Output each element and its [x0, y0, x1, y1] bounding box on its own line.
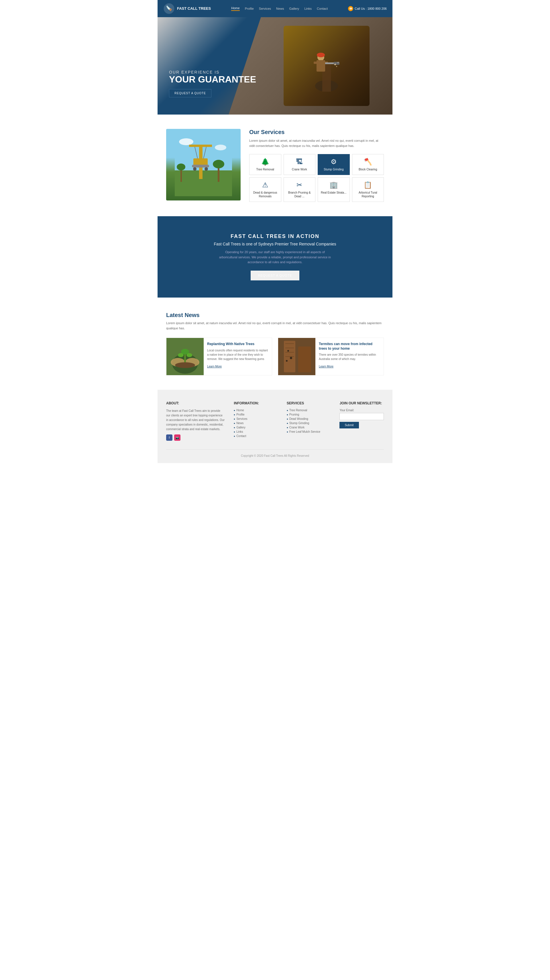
dangerous-removals-icon	[252, 181, 279, 189]
footer-info-gallery[interactable]: Gallery	[234, 426, 278, 429]
footer-info-services[interactable]: Services	[234, 417, 278, 420]
nav-services[interactable]: Services	[259, 7, 271, 10]
logo-text: FAST CALL TREES	[177, 6, 211, 11]
crane-work-icon	[286, 158, 313, 166]
hero-subtitle: OUR EXPERIENCE IS	[169, 70, 256, 75]
svg-point-27	[213, 160, 224, 169]
news-card-2-body: Termites can move from infected trees to…	[316, 338, 384, 375]
news-card-2-title: Termites can move from infected trees to…	[319, 342, 380, 351]
nav-links[interactable]: Links	[304, 7, 312, 10]
news-card-2-text: There are over 350 species of termites w…	[319, 353, 380, 361]
svg-text:🪚: 🪚	[166, 5, 172, 11]
block-clearing-label: Block Clearing	[355, 167, 381, 171]
svg-rect-34	[184, 354, 186, 364]
service-card-arboricultural[interactable]: Arboricul Tural Reporting	[352, 177, 384, 202]
news-card-1: Replanting With Native Trees Local counc…	[166, 338, 272, 375]
cta-title: FAST CALL TREES IN ACTION	[166, 234, 384, 239]
footer-service-tree[interactable]: Tree Removal	[287, 409, 331, 412]
services-title: Our Services	[249, 129, 384, 135]
hero-image	[284, 26, 370, 106]
footer-grid: About: The team at Fast Call Trees aim t…	[166, 401, 384, 441]
svg-point-36	[178, 353, 183, 357]
cta-subtitle: Fast Call Trees is one of Sydneys Premie…	[166, 242, 384, 246]
instagram-icon[interactable]: 📷	[174, 434, 180, 441]
news-card-1-image	[166, 338, 204, 375]
nav-news[interactable]: News	[276, 7, 284, 10]
footer-info-contact[interactable]: Contact	[234, 434, 278, 438]
service-card-dangerous-removals[interactable]: Dead & dangerous Removals	[249, 177, 281, 202]
hero-title: YOUR GUARANTEE	[169, 75, 256, 84]
footer-service-pruning[interactable]: Pruning	[287, 413, 331, 416]
real-estate-label: Real Estate Strata...	[320, 191, 347, 194]
cta-button[interactable]: REQUEST A QUOTE	[251, 270, 299, 280]
stump-grinding-icon	[320, 158, 347, 166]
facebook-icon[interactable]: f	[166, 434, 172, 441]
hero-cta-button[interactable]: REQUEST A QUOTE	[169, 89, 211, 97]
crane-work-label: Crane Work	[286, 167, 313, 171]
svg-rect-41	[298, 347, 311, 372]
service-card-stump-grinding[interactable]: Stump Grinding	[318, 154, 350, 175]
news-card-1-body: Replanting With Native Trees Local counc…	[204, 338, 272, 375]
nav-contact[interactable]: Contact	[317, 7, 328, 10]
footer-info-title: Information:	[234, 401, 278, 405]
arboricultural-icon	[355, 181, 381, 189]
footer-about: About: The team at Fast Call Trees aim t…	[166, 401, 225, 441]
svg-point-46	[287, 350, 289, 352]
footer-info: Information: Home Profile Services News …	[234, 401, 278, 441]
news-card-1-text: Local councils often request residents t…	[207, 348, 268, 361]
service-card-tree-removal[interactable]: Tree Removal	[249, 154, 281, 175]
service-card-real-estate[interactable]: Real Estate Strata...	[318, 177, 350, 202]
cta-section: FAST CALL TREES IN ACTION Fast Call Tree…	[158, 216, 392, 298]
branch-pruning-icon	[286, 181, 313, 189]
footer-bottom: Copyright © 2020 Fast Call Trees All Rig…	[166, 449, 384, 457]
header: 🪚 FAST CALL TREES Home Profile Services …	[158, 0, 392, 17]
dangerous-removals-label: Dead & dangerous Removals	[252, 191, 279, 198]
footer-info-home[interactable]: Home	[234, 409, 278, 412]
tree-removal-label: Tree Removal	[252, 167, 279, 171]
call-label: Call Us : 1800 800 206	[355, 7, 387, 10]
service-card-block-clearing[interactable]: Block Clearing	[352, 154, 384, 175]
news-section: Latest News Lorem ipsum dolor sit amet, …	[158, 298, 392, 390]
submit-button[interactable]: Submit	[340, 422, 359, 428]
footer-info-profile[interactable]: Profile	[234, 413, 278, 416]
nav-home[interactable]: Home	[231, 6, 239, 11]
footer-service-mulch[interactable]: Free Leaf Mulch Service	[287, 430, 331, 433]
service-card-branch-pruning[interactable]: Branch Pruning & Dead ...	[284, 177, 316, 202]
nav-profile[interactable]: Profile	[245, 7, 254, 10]
news-description: Lorem ipsum dolor sit amet, at natum ira…	[166, 321, 384, 331]
services-image	[166, 129, 241, 200]
service-card-crane-work[interactable]: Crane Work	[284, 154, 316, 175]
services-grid-row1: Tree Removal Crane Work Stump Grinding B…	[249, 154, 384, 175]
footer-newsletter-title: Join Our Newsletter:	[340, 401, 384, 405]
svg-rect-19	[189, 145, 212, 147]
svg-rect-6	[314, 62, 318, 64]
social-icons: f 📷	[166, 434, 225, 441]
email-input[interactable]	[340, 413, 384, 420]
nav-gallery[interactable]: Gallery	[289, 7, 299, 10]
news-card-1-link[interactable]: Learn More	[207, 365, 222, 368]
footer-info-list: Home Profile Services News Gallery Links…	[234, 409, 278, 438]
svg-rect-23	[192, 165, 209, 167]
svg-point-48	[286, 360, 288, 362]
services-description: Lorem ipsum dolor sit amet, at natum ira…	[249, 138, 384, 148]
svg-point-47	[290, 357, 292, 359]
footer-service-dead[interactable]: Dead Wooding	[287, 417, 331, 420]
footer-info-links[interactable]: Links	[234, 430, 278, 433]
footer-services-title: Services	[287, 401, 331, 405]
footer-service-crane[interactable]: Crane Work	[287, 426, 331, 429]
services-grid-row2: Dead & dangerous Removals Branch Pruning…	[249, 177, 384, 202]
services-content: Our Services Lorem ipsum dolor sit amet,…	[249, 129, 384, 202]
news-card-1-title: Replanting With Native Trees	[207, 342, 268, 347]
svg-point-11	[338, 62, 339, 63]
hero-section: OUR EXPERIENCE IS YOUR GUARANTEE REQUEST…	[158, 17, 392, 115]
svg-point-15	[179, 138, 193, 145]
footer-about-title: About:	[166, 401, 225, 405]
footer-service-stump[interactable]: Stump Grinding	[287, 422, 331, 425]
footer-info-news[interactable]: News	[234, 422, 278, 425]
news-card-2-link[interactable]: Learn More	[319, 365, 333, 368]
phone-icon: ☎	[348, 6, 353, 11]
svg-point-29	[177, 164, 185, 170]
tree-removal-icon	[252, 158, 279, 166]
svg-point-10	[334, 64, 336, 65]
copyright-text: Copyright © 2020 Fast Call Trees All Rig…	[241, 454, 309, 457]
